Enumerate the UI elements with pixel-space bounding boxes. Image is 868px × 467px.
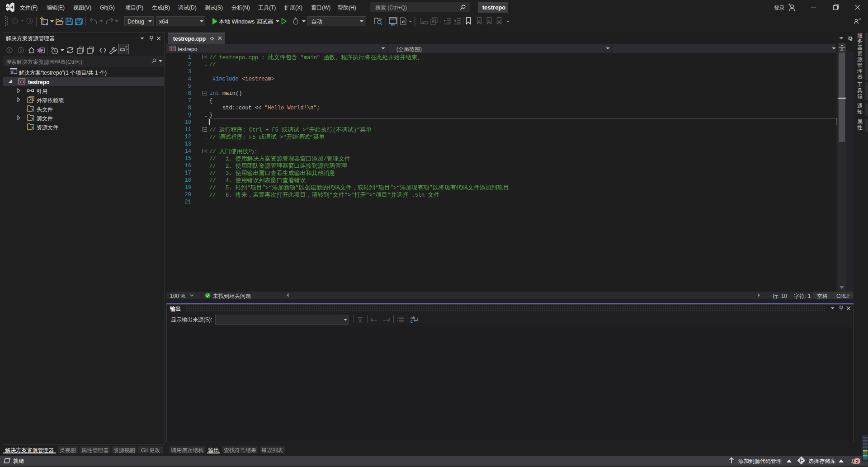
svg-text:c: c	[410, 319, 413, 324]
